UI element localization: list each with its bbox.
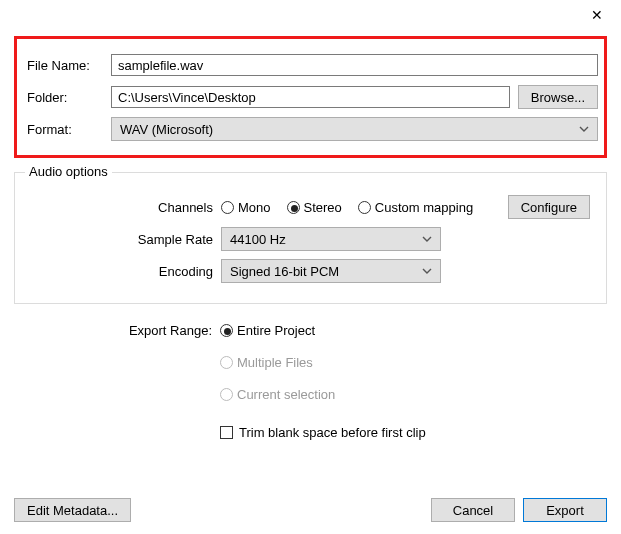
file-name-input[interactable]: [111, 54, 598, 76]
encoding-row: Encoding Signed 16-bit PCM: [31, 259, 590, 283]
footer: Edit Metadata... Cancel Export: [0, 498, 621, 522]
file-section-highlight: File Name: Folder: Browse... Format: WAV…: [14, 36, 607, 158]
range-multiple-radio: Multiple Files: [220, 355, 313, 370]
configure-button[interactable]: Configure: [508, 195, 590, 219]
titlebar: ✕: [0, 0, 621, 30]
range-current-radio: Current selection: [220, 387, 335, 402]
sample-rate-combo[interactable]: 44100 Hz: [221, 227, 441, 251]
format-label: Format:: [23, 122, 111, 137]
encoding-value: Signed 16-bit PCM: [230, 264, 339, 279]
cancel-button[interactable]: Cancel: [431, 498, 515, 522]
channels-label: Channels: [31, 200, 221, 215]
edit-metadata-button[interactable]: Edit Metadata...: [14, 498, 131, 522]
checkbox-icon: [220, 426, 233, 439]
file-name-label: File Name:: [23, 58, 111, 73]
export-range-label: Export Range:: [30, 323, 220, 338]
radio-icon: [358, 201, 371, 214]
folder-input[interactable]: [111, 86, 510, 108]
browse-button[interactable]: Browse...: [518, 85, 598, 109]
range-entire-label: Entire Project: [237, 323, 315, 338]
export-button[interactable]: Export: [523, 498, 607, 522]
format-combo[interactable]: WAV (Microsoft): [111, 117, 598, 141]
chevron-down-icon: [422, 236, 432, 242]
folder-row: Folder: Browse...: [23, 85, 598, 109]
range-current-label: Current selection: [237, 387, 335, 402]
chevron-down-icon: [422, 268, 432, 274]
dialog-body: File Name: Folder: Browse... Format: WAV…: [0, 30, 621, 470]
format-row: Format: WAV (Microsoft): [23, 117, 598, 141]
channels-radios: Mono Stereo Custom mapping Configure: [221, 195, 590, 219]
trim-label: Trim blank space before first clip: [239, 425, 426, 440]
sample-rate-value: 44100 Hz: [230, 232, 286, 247]
trim-row: Trim blank space before first clip: [30, 420, 591, 444]
chevron-down-icon: [579, 126, 589, 132]
radio-icon: [287, 201, 300, 214]
audio-options-group: Audio options Channels Mono Stereo Custo…: [14, 172, 607, 304]
export-range-multiple-row: Multiple Files: [30, 350, 591, 374]
format-value: WAV (Microsoft): [120, 122, 213, 137]
radio-icon: [220, 356, 233, 369]
trim-checkbox[interactable]: Trim blank space before first clip: [220, 425, 426, 440]
channel-custom-radio[interactable]: Custom mapping: [358, 200, 473, 215]
sample-rate-row: Sample Rate 44100 Hz: [31, 227, 590, 251]
folder-label: Folder:: [23, 90, 111, 105]
radio-icon: [221, 201, 234, 214]
radio-icon: [220, 388, 233, 401]
range-multiple-label: Multiple Files: [237, 355, 313, 370]
sample-rate-label: Sample Rate: [31, 232, 221, 247]
channel-mono-label: Mono: [238, 200, 271, 215]
export-range-current-row: Current selection: [30, 382, 591, 406]
channel-custom-label: Custom mapping: [375, 200, 473, 215]
export-range-row: Export Range: Entire Project: [30, 318, 591, 342]
channel-stereo-label: Stereo: [304, 200, 342, 215]
channel-stereo-radio[interactable]: Stereo: [287, 200, 342, 215]
encoding-combo[interactable]: Signed 16-bit PCM: [221, 259, 441, 283]
radio-icon: [220, 324, 233, 337]
channel-mono-radio[interactable]: Mono: [221, 200, 271, 215]
file-name-row: File Name:: [23, 53, 598, 77]
export-range-section: Export Range: Entire Project Multiple Fi…: [14, 304, 607, 456]
encoding-label: Encoding: [31, 264, 221, 279]
channels-row: Channels Mono Stereo Custom mapping Conf…: [31, 195, 590, 219]
close-icon[interactable]: ✕: [591, 8, 603, 22]
range-entire-radio[interactable]: Entire Project: [220, 323, 315, 338]
audio-options-title: Audio options: [25, 164, 112, 179]
